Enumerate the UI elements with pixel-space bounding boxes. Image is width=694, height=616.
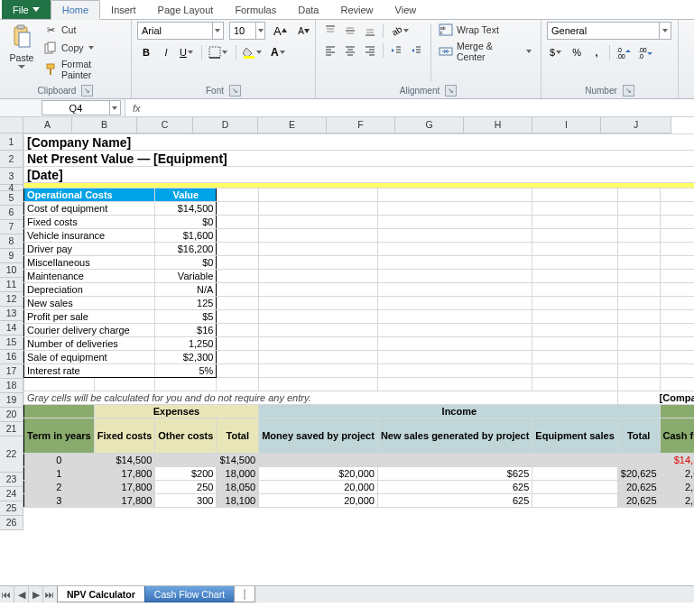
decrease-font-button[interactable]: A [295,22,313,40]
sheet-nav-next[interactable]: ▶ [29,586,43,602]
data-fixed-3[interactable]: 17,800 [94,494,155,508]
confidential[interactable]: [Company Name] CONFIDENTIAL [617,391,694,405]
data-total-1[interactable]: 18,000 [217,467,259,481]
ops-val-0[interactable]: $14,500 [155,202,217,216]
data-fixed-1[interactable]: 17,800 [94,467,155,481]
sheet-tab-new[interactable] [234,586,255,602]
italic-button[interactable]: I [157,43,175,61]
align-left-button[interactable] [321,41,339,60]
ops-label-9[interactable]: Courier delivery charge [24,324,155,337]
orientation-button[interactable]: ab [387,22,413,40]
ops-val-4[interactable]: $0 [155,256,217,270]
name-box[interactable] [42,100,121,115]
th-other[interactable]: Other costs [155,418,217,454]
ops-label-7[interactable]: New sales [24,297,155,310]
worksheet-grid[interactable]: ABCDEFGHIJ 12345678910111213141516171819… [0,117,694,602]
sheet-nav-last[interactable]: ⏭ [43,586,58,602]
data-total2-3[interactable]: 20,625 [617,494,660,508]
row-header-25[interactable]: 25 [0,501,23,516]
data-newsales-2[interactable]: 625 [377,481,532,494]
th-total2[interactable]: Total [617,418,660,454]
data-term-2[interactable]: 2 [24,481,95,494]
row-header-7[interactable]: 7 [0,220,23,234]
name-box-input[interactable] [42,103,109,114]
row-header-14[interactable]: 14 [0,321,23,336]
font-name-combo[interactable] [137,22,224,40]
row-header-20[interactable]: 20 [0,408,23,422]
col-header-E[interactable]: E [258,117,327,133]
ops-label-11[interactable]: Sale of equipment [24,351,155,364]
row-header-23[interactable]: 23 [0,473,23,487]
data-money-2[interactable]: 20,000 [259,481,378,494]
data-cash-0[interactable]: $14,500 [660,454,694,467]
th-total[interactable]: Total [217,418,259,454]
data-total-0[interactable]: $14,500 [217,454,259,467]
clipboard-dialog-launcher[interactable]: ↘ [81,85,93,97]
sheet-nav-first[interactable]: ⏮ [0,586,14,602]
data-fixed-0[interactable]: $14,500 [94,454,155,467]
ops-val-12[interactable]: 5% [155,364,217,378]
data-cash-2[interactable]: 2,575 [660,481,694,494]
cell-company[interactable]: [Company Name] [24,134,695,151]
row-header-2[interactable]: 2 [0,151,23,168]
decrease-decimal-button[interactable]: .00.0 [635,43,655,61]
th-cashflow[interactable]: Cash flow [660,418,694,454]
data-term-1[interactable]: 1 [24,467,95,481]
data-newsales-3[interactable]: 625 [377,494,532,508]
row-header-17[interactable]: 17 [0,364,23,379]
font-name-input[interactable] [138,25,212,36]
data-total2-0[interactable] [617,454,660,467]
col-header-G[interactable]: G [395,117,464,133]
cut-button[interactable]: ✂Cut [42,22,125,38]
increase-decimal-button[interactable]: .0.00 [614,43,634,61]
data-money-0[interactable] [259,454,378,467]
comma-button[interactable]: , [588,43,606,61]
align-middle-button[interactable] [341,22,359,40]
row-header-15[interactable]: 15 [0,336,23,350]
ops-label-0[interactable]: Cost of equipment [24,202,155,216]
tab-home[interactable]: Home [51,0,100,20]
merge-center-button[interactable]: Merge & Center [437,40,535,63]
col-header-H[interactable]: H [464,117,532,133]
align-center-button[interactable] [341,41,359,60]
underline-button[interactable]: U [177,43,198,61]
data-money-3[interactable]: 20,000 [259,494,378,508]
row-header-16[interactable]: 16 [0,350,23,364]
ops-label-4[interactable]: Miscellaneous [24,256,155,270]
ops-val-7[interactable]: 125 [155,297,217,310]
data-newsales-1[interactable]: $625 [377,467,532,481]
increase-indent-button[interactable] [407,41,425,60]
ops-val-1[interactable]: $0 [155,216,217,229]
col-header-B[interactable]: B [72,117,137,133]
section-expenses[interactable]: Expenses [94,405,258,418]
ops-label-10[interactable]: Number of deliveries [24,337,155,351]
chevron-down-icon[interactable] [109,101,120,115]
number-format-combo[interactable] [547,22,671,40]
data-total-2[interactable]: 18,050 [217,481,259,494]
ops-val-6[interactable]: N/A [155,283,217,297]
row-header-6[interactable]: 6 [0,206,23,220]
row-header-9[interactable]: 9 [0,249,23,263]
th-fixed[interactable]: Fixed costs [94,418,155,454]
align-right-button[interactable] [361,41,379,60]
copy-button[interactable]: Copy [42,40,125,56]
ops-label-5[interactable]: Maintenance [24,270,155,283]
data-equip-0[interactable] [532,454,617,467]
data-cash-3[interactable]: 2,525 [660,494,694,508]
alignment-dialog-launcher[interactable]: ↘ [445,85,457,97]
row-header-19[interactable]: 19 [0,393,23,408]
tab-file[interactable]: File [2,0,51,19]
data-total-3[interactable]: 18,100 [217,494,259,508]
font-size-input[interactable] [230,25,255,36]
col-header-J[interactable]: J [601,117,671,133]
row-header-4[interactable]: 4 [0,185,23,191]
row-header-21[interactable]: 21 [0,422,23,437]
bold-button[interactable]: B [137,43,155,61]
font-size-combo[interactable] [229,22,265,40]
sheet-nav-prev[interactable]: ◀ [14,586,29,602]
ops-val-5[interactable]: Variable [155,270,217,283]
row-header-26[interactable]: 26 [0,516,23,530]
th-newsales[interactable]: New sales generated by project [377,418,532,454]
data-cash-1[interactable]: 2,625 [660,467,694,481]
ops-label-12[interactable]: Interest rate [24,364,155,378]
